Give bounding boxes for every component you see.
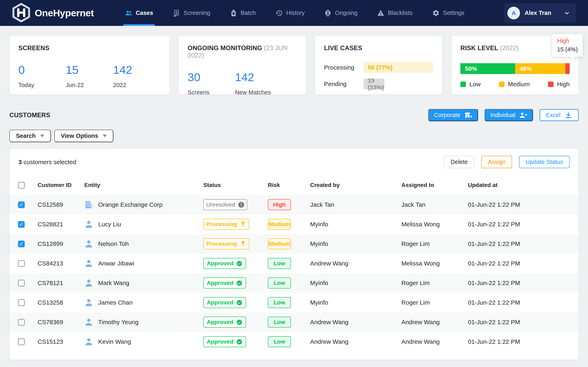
col-assigned-to: Assigned to [401,182,468,188]
building-icon [84,200,93,209]
risk-segment-high[interactable] [565,63,570,74]
nav-label: Blacklists [388,9,413,16]
nav-label: Screening [183,9,210,16]
table-row[interactable]: CS28821 Lucy Liu Processing Medium Myinf… [9,215,579,234]
status-badge[interactable]: Approved [203,317,246,328]
table-row[interactable]: CS15123 Kevin Wang Approved Low Andrew W… [9,332,579,351]
row-checkbox[interactable] [18,338,25,345]
person-icon [84,259,93,268]
status-badge[interactable]: Approved [203,336,246,347]
header-checkbox[interactable] [18,182,25,189]
nav-item-cases[interactable]: Cases [125,0,154,26]
nav-item-screening[interactable]: Screening [172,0,211,26]
risk-badge: Low [268,336,291,347]
stat-month: 15 Jun-22 [66,63,113,89]
table-row[interactable]: CS12899 Nelson Toh Processing Medium Myi… [9,234,579,254]
status-badge[interactable]: Processing [203,238,249,249]
col-status: Status [203,182,268,188]
created-by: Myinfo [310,221,401,228]
row-checkbox[interactable] [18,280,25,286]
assign-button[interactable]: Assign [481,156,512,168]
view-options-dropdown[interactable]: View Options [54,130,113,142]
risk-segment-low: 50% [460,63,515,74]
person-icon [84,318,93,327]
status-badge[interactable]: Processing [203,219,249,230]
updated-at: 01-Jun-22 1:22 PM [468,338,579,345]
row-checkbox[interactable] [18,299,25,306]
caret-down-icon [103,134,107,137]
nav-label: Ongoing [335,9,357,16]
table-row[interactable]: CS78369 Timothy Yeung Approved Low Andre… [9,312,579,332]
chevron-down-icon [564,10,570,16]
warning-triangle-icon [377,9,384,17]
add-corporate-button[interactable]: Corporate [428,109,478,121]
nav-item-batch[interactable]: Batch [229,0,256,26]
search-dropdown[interactable]: Search [9,130,51,142]
table-row[interactable]: CS78121 Mark Wang Approved Low Myinfo Ro… [9,273,579,293]
updated-at: 01-Jun-22 1:22 PM [468,201,579,208]
bulk-actions: Delete Assign Update Status [444,156,570,168]
col-entity: Entity [84,182,203,188]
risk-badge: Low [268,317,291,328]
person-icon [84,298,93,307]
risk-stacked-bar: 50% 46% [460,63,570,74]
row-checkbox[interactable] [18,260,25,267]
person-icon [84,278,93,287]
risk-badge: High [268,199,291,210]
selection-bar: 3 customers selected Delete Assign Updat… [9,149,579,175]
customers-table-card: 3 customers selected Delete Assign Updat… [9,149,579,360]
hourglass-icon [240,241,246,247]
card-title: LIVE CASES [324,44,433,52]
status-badge[interactable]: Approved [203,258,246,269]
screening-document-icon [173,9,180,17]
nav-item-blacklists[interactable]: Blacklists [377,0,413,26]
table-row[interactable]: CS13258 James Chan Approved Low Myinfo R… [9,293,579,312]
row-checkbox[interactable] [18,241,25,247]
status-badge[interactable]: Approved [203,297,246,308]
add-individual-button[interactable]: Individual [485,109,533,121]
hexagon-h-logo-icon [12,3,30,23]
verified-icon [236,339,242,345]
status-badge[interactable]: Approved [203,277,246,289]
stat-screens: 30 Screens [188,71,235,96]
created-by: Andrew Wang [310,260,401,267]
nav-item-settings[interactable]: Settings [432,0,465,26]
row-checkbox[interactable] [18,221,25,228]
row-checkbox[interactable] [18,201,25,208]
nav-label: History [286,9,305,16]
tooltip-title: High [557,38,578,44]
card-subtitle: (2022) [500,44,519,52]
delete-button[interactable]: Delete [444,156,474,168]
row-checkbox[interactable] [18,319,25,325]
col-customer-id: Customer ID [38,182,84,188]
user-menu[interactable]: A Alex Tran [504,3,576,23]
nav-item-ongoing[interactable]: Ongoing [324,0,358,26]
nav-item-history[interactable]: History [275,0,305,26]
customer-id: CS78369 [38,319,84,325]
updated-at: 01-Jun-22 1:22 PM [468,221,579,228]
alert-circle-icon [238,202,244,208]
table-row[interactable]: CS12589 Orange Exchange Corp Unresolved … [9,195,579,215]
card-title: SCREENS [18,44,160,52]
table-row[interactable]: CS84213 Anwar Jibawi Approved Low Andrew… [9,254,579,273]
customer-id: CS15123 [38,338,84,345]
customer-id: CS12589 [38,201,84,208]
update-status-button[interactable]: Update Status [519,156,570,168]
entity-name: Kevin Wang [98,338,131,345]
stat-today: 0 Today [18,63,66,89]
status-badge[interactable]: Unresolved [203,199,247,210]
export-excel-button[interactable]: Excel [540,109,579,121]
tooltip-value: 15 (4%) [557,46,578,53]
customer-id: CS84213 [38,260,84,267]
assigned-to: Melissa Wong [401,221,468,228]
customer-id: CS78121 [38,280,84,286]
entity-name: Timothy Yeung [98,319,138,325]
legend-swatch [499,82,504,87]
risk-badge: Low [268,258,291,269]
person-icon [84,220,93,229]
verified-icon [236,319,242,325]
risk-legend: Low Medium High [460,81,570,88]
verified-icon [236,300,242,306]
nav-label: Cases [136,9,153,16]
top-nav: OneHypernet Cases Screening Batch Histor… [0,0,588,26]
